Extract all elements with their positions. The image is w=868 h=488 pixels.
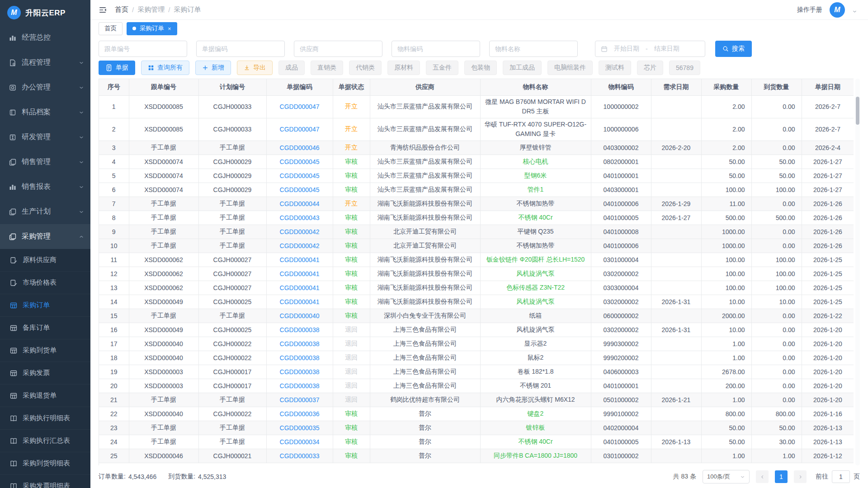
table-row[interactable]: 3手工单据手工单据CGDD000046开立青海纺织品股份合作公司厚壁镀锌管040… [99, 141, 854, 155]
cell-dc[interactable]: CGDD000043 [266, 211, 333, 225]
export-button[interactable]: 导出 [237, 61, 273, 75]
filter-input-track-no[interactable] [99, 41, 187, 57]
cell-dc[interactable]: CGDD000038 [266, 323, 333, 337]
sidebar-item-office-mgmt[interactable]: 办公管理 [0, 75, 90, 100]
cell-dc[interactable]: CGDD000041 [266, 281, 333, 295]
sidebar-item-process-mgmt[interactable]: 流程管理 [0, 50, 90, 75]
breadcrumb-home[interactable]: 首页 [115, 5, 128, 14]
table-scrollbar[interactable] [855, 79, 860, 465]
avatar[interactable]: M [830, 2, 845, 18]
cell-dc[interactable]: CGDD000038 [266, 365, 333, 379]
sidebar-item-production-plan[interactable]: 生产计划 [0, 199, 90, 224]
cell-mat[interactable]: 色标传感器 Z3N-T22 [480, 281, 591, 295]
cell-dc[interactable]: CGDD000047 [266, 118, 333, 141]
table-row[interactable]: 6XSDD000074CGJH000029CGDD000045审核汕头市三辰蓝猫… [99, 183, 854, 197]
cell-dc[interactable]: CGDD000042 [266, 239, 333, 253]
tab-home[interactable]: 首页 [99, 22, 123, 35]
cell-mat[interactable]: 镀锌板 [480, 421, 591, 435]
filter-input-supplier[interactable] [294, 41, 382, 57]
sidebar-item-purchase-mgmt[interactable]: 采购管理 [0, 224, 90, 249]
sidebar-item-purchase-invoice-detail[interactable]: 采购发票明细表 [0, 475, 90, 488]
table-row[interactable]: 20XSDD000003CGJH000017CGDD000038退回上海三色食品… [99, 379, 854, 393]
cell-mat[interactable]: 型钢6米 [480, 169, 591, 183]
sidebar-item-purchase-order[interactable]: 采购订单 [0, 294, 90, 317]
breadcrumb-purchase-mgmt[interactable]: 采购管理 [137, 5, 165, 14]
table-row[interactable]: 16XSDD000049CGJH000025CGDD000038退回上海三色食品… [99, 323, 854, 337]
next-page-button[interactable] [794, 470, 807, 483]
table-row[interactable]: 4XSDD000074CGJH000029CGDD000045审核汕头市三辰蓝猫… [99, 155, 854, 169]
category-button-hardware[interactable]: 五金件 [426, 61, 458, 75]
cell-dc[interactable]: CGDD000035 [266, 421, 333, 435]
table-row[interactable]: 23手工单据手工单据CGDD000035审核普尔镀锌板040200000450.… [99, 421, 854, 435]
cell-mat[interactable]: 风机旋涡气泵 [480, 267, 591, 281]
cell-dc[interactable]: CGDD000046 [266, 141, 333, 155]
sidebar-item-purchase-return[interactable]: 采购退货单 [0, 385, 90, 407]
manual-link[interactable]: 操作手册 [797, 6, 822, 14]
category-button-56789[interactable]: 56789 [669, 61, 700, 75]
chevron-down-icon[interactable] [852, 9, 857, 14]
cell-mat[interactable]: 管件1 [480, 183, 591, 197]
table-row[interactable]: 2XSDD000085CGJH000033CGDD000047开立汕头市三辰蓝猫… [99, 118, 854, 141]
cell-dc[interactable]: CGDD000044 [266, 197, 333, 211]
cell-dc[interactable]: CGDD000034 [266, 435, 333, 449]
sidebar-item-material-archive[interactable]: 料品档案 [0, 100, 90, 125]
table-row[interactable]: 11XSDD000062CGJH000027CGDD000041审核湖南飞沃新能… [99, 253, 854, 267]
table-row[interactable]: 24手工单据手工单据CGDD000034审核普尔不锈钢 40Cr04010000… [99, 435, 854, 449]
table-row[interactable]: 14XSDD000049CGJH000025CGDD000041审核湖南飞沃新能… [99, 295, 854, 309]
table-row[interactable]: 13XSDD000062CGJH000027CGDD000041审核湖南飞沃新能… [99, 281, 854, 295]
doc-button[interactable]: 单据 [99, 61, 135, 75]
breadcrumb-purchase-order[interactable]: 采购订单 [174, 5, 201, 14]
cell-dc[interactable]: CGDD000038 [266, 351, 333, 365]
cell-dc[interactable]: CGDD000045 [266, 183, 333, 197]
cell-mat[interactable]: 核心电机 [480, 155, 591, 169]
table-row[interactable]: 8手工单据手工单据CGDD000043审核湖南飞沃新能源科技股份有限公司不锈钢 … [99, 211, 854, 225]
table-row[interactable]: 12XSDD000062CGJH000027CGDD000041审核湖南飞沃新能… [99, 267, 854, 281]
cell-dc[interactable]: CGDD000047 [266, 95, 333, 118]
table-row[interactable]: 1XSDD000085CGJH000033CGDD000047开立汕头市三辰蓝猫… [99, 95, 854, 118]
table-row[interactable]: 15手工单据手工单据CGDD000040审核深圳小白兔专业干洗有限公司纸箱060… [99, 309, 854, 323]
tab-close-icon[interactable]: × [168, 25, 171, 32]
sidebar-item-raw-supplier[interactable]: 原料供应商 [0, 249, 90, 272]
table-row[interactable]: 25XSDD000046CGJH000021CGDD000033审核普尔同步带件… [99, 449, 854, 463]
table-row[interactable]: 19XSDD000003CGJH000017CGDD000038退回上海三色食品… [99, 365, 854, 379]
cell-dc[interactable]: CGDD000041 [266, 267, 333, 281]
cell-mat[interactable]: 不锈钢 40Cr [480, 211, 591, 225]
current-page-button[interactable]: 1 [775, 470, 788, 483]
cell-dc[interactable]: CGDD000038 [266, 379, 333, 393]
table-row[interactable]: 9手工单据手工单据CGDD000042审核北京开迪工贸有限公司平键钢 Q2350… [99, 225, 854, 239]
cell-dc[interactable]: CGDD000037 [266, 393, 333, 407]
sidebar-item-purchase-invoice[interactable]: 采购发票 [0, 362, 90, 385]
cell-mat[interactable]: 不锈钢 40Cr [480, 435, 591, 449]
category-button-chip[interactable]: 芯片 [637, 61, 663, 75]
sidebar-item-purchase-arrival-detail[interactable]: 采购到货明细表 [0, 452, 90, 475]
sidebar-item-sales-mgmt[interactable]: 销售管理 [0, 150, 90, 174]
goto-page-input[interactable] [832, 470, 850, 483]
table-row[interactable]: 7手工单据手工单据CGDD000044开立湖南飞沃新能源科技股份有限公司不锈钢加… [99, 197, 854, 211]
cell-dc[interactable]: CGDD000040 [266, 309, 333, 323]
sidebar-item-stock-order[interactable]: 备库订单 [0, 317, 90, 339]
cell-dc[interactable]: CGDD000045 [266, 169, 333, 183]
category-button-direct-sale[interactable]: 直销类 [311, 61, 343, 75]
sidebar-item-purchase-arrival[interactable]: 采购到货单 [0, 339, 90, 362]
cell-dc[interactable]: CGDD000033 [266, 449, 333, 463]
sidebar-item-sales-report[interactable]: 销售报表 [0, 174, 90, 199]
category-button-finished-goods[interactable]: 成品 [278, 61, 305, 75]
filter-input-material-name[interactable] [489, 41, 578, 57]
query-all-button[interactable]: 查询所有 [141, 61, 189, 75]
sidebar-item-business-overview[interactable]: 经营总控 [0, 25, 90, 50]
sidebar-item-purchase-exec-detail[interactable]: 采购执行明细表 [0, 407, 90, 430]
category-button-packaging[interactable]: 包装物 [464, 61, 497, 75]
category-button-consignment[interactable]: 代销类 [349, 61, 382, 75]
cell-mat[interactable]: 钣金铰链件 Φ20圆杆 总长LH=1520 [480, 253, 591, 267]
category-button-processed-goods[interactable]: 加工成品 [503, 61, 542, 75]
cell-dc[interactable]: CGDD000045 [266, 155, 333, 169]
prev-page-button[interactable] [756, 470, 769, 483]
filter-input-material-code[interactable] [392, 41, 480, 57]
sidebar-item-market-price[interactable]: 市场价格表 [0, 272, 90, 294]
filter-input-doc-code[interactable] [196, 41, 285, 57]
table-row[interactable]: 18XSDD000040CGJH000022CGDD000038退回上海三色食品… [99, 351, 854, 365]
sidebar-item-purchase-exec-summary[interactable]: 采购执行汇总表 [0, 430, 90, 452]
category-button-test-material[interactable]: 测试料 [599, 61, 631, 75]
cell-dc[interactable]: CGDD000042 [266, 225, 333, 239]
sidebar-collapse-icon[interactable] [99, 6, 107, 14]
